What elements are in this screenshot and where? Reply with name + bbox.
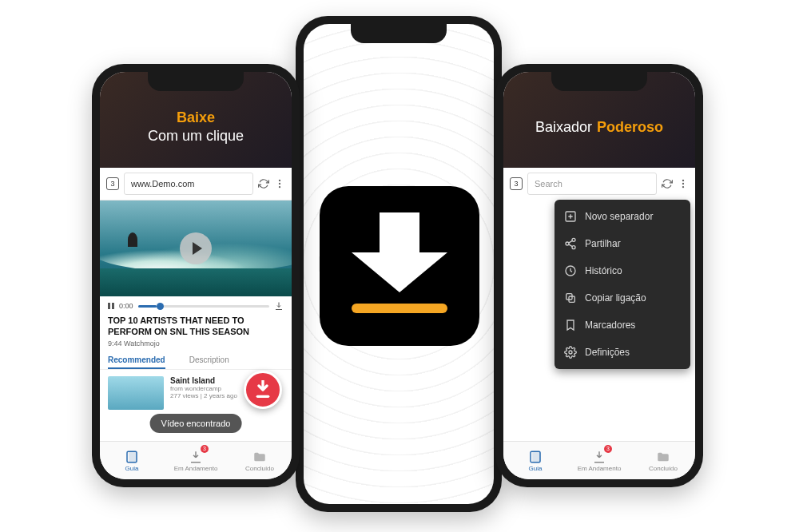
bottom-nav: Guia 3 Em Andamento Concluído [100, 441, 292, 479]
svg-rect-3 [256, 395, 270, 398]
svg-point-16 [569, 351, 572, 354]
bookmark-icon [564, 319, 577, 332]
tab-recommended[interactable]: Recommended [108, 352, 165, 369]
tab-count-button[interactable]: 3 [510, 177, 523, 190]
nav-concluido[interactable]: Concluído [228, 442, 292, 479]
refresh-icon[interactable] [662, 178, 673, 189]
nav-badge: 3 [201, 445, 209, 453]
hero-word-2: Poderoso [597, 119, 663, 136]
search-input[interactable]: Search [527, 173, 657, 195]
showcase-stage: Baixe Com um clique 3 www.Demo.com 0:00 [0, 0, 799, 532]
pause-icon[interactable] [108, 303, 114, 309]
guide-icon [125, 450, 139, 464]
hero-title-line2: Com um clique [148, 128, 244, 145]
recommended-meta: 277 views | 2 years ago [170, 392, 237, 399]
plus-square-icon [564, 210, 577, 223]
recommended-title: Saint Island [170, 376, 237, 385]
download-icon [255, 380, 271, 399]
recommended-by: from wondercamp [170, 385, 237, 392]
menu-new-tab[interactable]: Novo separador [555, 203, 690, 230]
progress-track[interactable] [138, 305, 269, 308]
menu-share[interactable]: Partilhar [555, 230, 690, 257]
menu-bookmarks[interactable]: Marcadores [555, 312, 690, 339]
hero-word-1: Baixador [535, 119, 592, 136]
folder-icon [252, 450, 267, 464]
progress-time: 0:00 [119, 302, 133, 310]
play-icon [193, 242, 202, 255]
copy-icon [564, 292, 577, 304]
svg-rect-18 [533, 451, 540, 463]
svg-point-7 [682, 183, 684, 185]
svg-point-11 [566, 242, 569, 245]
svg-point-6 [682, 180, 684, 181]
nav-em-andamento[interactable]: 3 Em Andamento [567, 442, 631, 479]
download-underline [352, 304, 447, 313]
tab-description[interactable]: Description [189, 352, 229, 369]
play-button[interactable] [180, 232, 212, 264]
url-bar: 3 www.Demo.com [100, 168, 292, 200]
svg-rect-5 [129, 451, 137, 463]
app-logo [320, 186, 479, 346]
guide-icon [528, 450, 543, 464]
video-progress-row: 0:00 [100, 296, 292, 316]
hero-title-line1: Baixe [177, 109, 215, 126]
overflow-menu: Novo separador Partilhar Histórico Copia… [555, 200, 690, 369]
history-icon [564, 264, 577, 277]
nav-badge: 3 [604, 445, 612, 453]
share-icon [564, 237, 577, 250]
video-meta: 9:44 Watchmojo [100, 338, 292, 352]
phone-left: Baixe Com um clique 3 www.Demo.com 0:00 [92, 64, 300, 487]
menu-settings[interactable]: Definições [555, 339, 690, 366]
svg-point-10 [572, 238, 575, 241]
recommended-thumbnail [108, 376, 164, 410]
svg-point-0 [279, 180, 280, 181]
nav-guia[interactable]: Guia [503, 442, 567, 479]
url-input[interactable]: www.Demo.com [124, 173, 253, 195]
phone-right: Baixador Poderoso 3 Search Novo separado… [495, 64, 703, 487]
gear-icon [564, 346, 577, 359]
video-title: TOP 10 ARTISTS THAT NEED TO PERFORM ON S… [100, 316, 292, 338]
folder-icon [656, 450, 670, 464]
svg-point-8 [682, 186, 684, 188]
more-menu-icon[interactable] [274, 178, 285, 189]
download-arrow-icon [352, 212, 447, 300]
svg-point-1 [279, 183, 280, 185]
bottom-nav-right: Guia 3 Em Andamento Concluído [503, 441, 695, 479]
video-thumbnail[interactable] [100, 200, 292, 296]
more-menu-icon[interactable] [678, 178, 689, 189]
menu-copy-link[interactable]: Copiar ligação [555, 284, 690, 312]
svg-point-2 [279, 186, 280, 188]
menu-history[interactable]: Histórico [555, 257, 690, 284]
download-fab[interactable] [244, 371, 282, 409]
nav-guia[interactable]: Guia [100, 442, 164, 479]
video-tabs: Recommended Description [100, 352, 292, 370]
tab-count-button[interactable]: 3 [106, 177, 119, 190]
nav-concluido[interactable]: Concluído [631, 442, 695, 479]
toast-video-found: Vídeo encontrado [150, 414, 242, 433]
svg-point-12 [572, 246, 575, 249]
download-mini-icon[interactable] [274, 301, 284, 311]
nav-em-andamento[interactable]: 3 Em Andamento [164, 442, 228, 479]
refresh-icon[interactable] [258, 178, 269, 189]
